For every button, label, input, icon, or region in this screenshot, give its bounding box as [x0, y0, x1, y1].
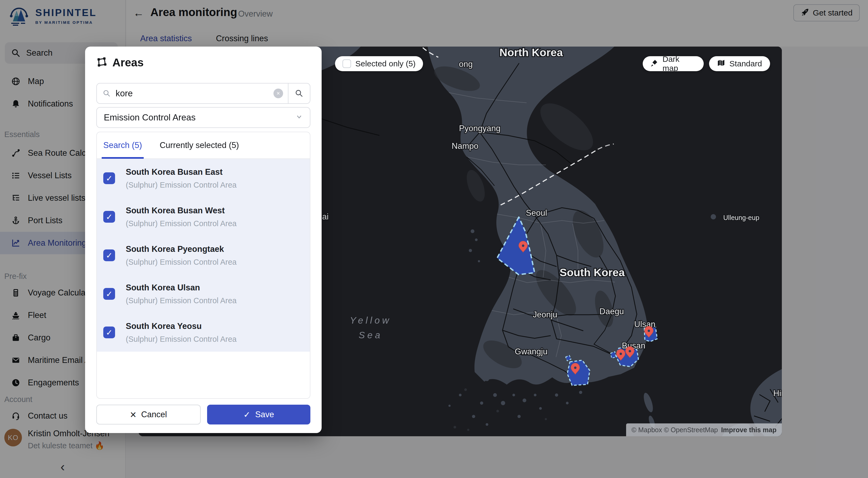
map-label-jeonju: Jeonju — [533, 310, 557, 319]
list-item[interactable]: ✓ South Korea Busan West(Sulphur) Emissi… — [97, 198, 310, 236]
save-label: Save — [255, 410, 274, 419]
area-search-input[interactable] — [116, 88, 274, 98]
map-label-daegu: Daegu — [599, 307, 624, 316]
improve-map-link[interactable]: Improve this map — [721, 426, 776, 434]
modal-search-box: × — [96, 83, 310, 104]
map-label-yellow-sea-2: Sea — [359, 330, 382, 340]
map-attribution: © Mapbox © OpenStreetMap Improve this ma… — [626, 423, 782, 436]
area-type-value: Emission Control Areas — [104, 112, 195, 123]
list-item[interactable]: ✓ South Korea Pyeongtaek(Sulphur) Emissi… — [97, 236, 310, 275]
brush-icon — [650, 59, 658, 69]
cancel-label: Cancel — [141, 410, 167, 419]
clear-search-icon[interactable]: × — [274, 89, 283, 98]
modal-header: Areas — [96, 56, 144, 69]
map-label-partial-ai: ai — [322, 212, 329, 221]
standard-map-button[interactable]: Standard — [709, 56, 770, 71]
results-card: Search (5) Currently selected (5) ✓ Sout… — [96, 132, 310, 399]
list-item[interactable]: ✓ South Korea Busan East(Sulphur) Emissi… — [97, 159, 310, 198]
chevron-down-icon — [296, 112, 303, 123]
results-list: ✓ South Korea Busan East(Sulphur) Emissi… — [97, 159, 310, 352]
list-item[interactable]: ✓ South Korea Ulsan(Sulphur) Emission Co… — [97, 275, 310, 313]
search-divider — [288, 83, 288, 104]
map-label-pyongyang: Pyongyang — [459, 124, 500, 133]
check-icon: ✓ — [244, 410, 250, 420]
modal-tabs: Search (5) Currently selected (5) — [97, 132, 310, 159]
checkbox-checked-icon[interactable]: ✓ — [103, 327, 115, 338]
selected-only-checkbox[interactable] — [342, 59, 351, 68]
map-label-gwangju: Gwangju — [515, 347, 548, 356]
tab-currently-selected[interactable]: Currently selected (5) — [160, 141, 239, 150]
checkbox-checked-icon[interactable]: ✓ — [103, 172, 115, 184]
map-label-seoul: Seoul — [526, 208, 547, 217]
selected-only-label: Selected only (5) — [355, 59, 415, 68]
checkbox-checked-icon[interactable]: ✓ — [103, 249, 115, 261]
polygon-area-icon — [96, 57, 107, 68]
modal-footer: × Cancel ✓ Save — [96, 405, 310, 424]
modal-title: Areas — [113, 56, 144, 69]
cancel-button[interactable]: × Cancel — [96, 405, 201, 424]
search-submit-icon[interactable] — [295, 89, 303, 98]
selected-only-toggle[interactable]: Selected only (5) — [335, 56, 423, 71]
checkbox-checked-icon[interactable]: ✓ — [103, 211, 115, 223]
tab-search-results[interactable]: Search (5) — [103, 141, 142, 150]
attribution-text[interactable]: © Mapbox © OpenStreetMap — [631, 426, 718, 434]
search-icon — [103, 89, 111, 97]
dark-map-label: Dark map — [662, 55, 696, 73]
map-label-ulsan: Ulsan — [634, 320, 655, 329]
checkbox-checked-icon[interactable]: ✓ — [103, 288, 115, 300]
dark-map-button[interactable]: Dark map — [643, 56, 704, 71]
map-label-yellow-sea-1: Yellow — [350, 315, 391, 325]
map-label-north-korea: North Korea — [500, 47, 563, 59]
close-icon: × — [130, 409, 136, 420]
standard-map-label: Standard — [730, 59, 762, 68]
map-label-nampo: Nampo — [452, 141, 478, 151]
eca-busan-west — [611, 352, 616, 358]
map-label-south-korea: South Korea — [559, 266, 625, 279]
map-style-icon — [717, 59, 725, 69]
map-label-partial-hir: Hir — [773, 389, 782, 398]
map-label-partial-ong: ong — [459, 59, 473, 69]
save-button[interactable]: ✓ Save — [207, 405, 310, 424]
list-item[interactable]: ✓ South Korea Yeosu(Sulphur) Emission Co… — [97, 313, 310, 352]
map-label-ulleung-eup: Ulleung-eup — [723, 214, 760, 221]
area-type-dropdown[interactable]: Emission Control Areas — [96, 107, 310, 128]
areas-modal: Areas × Emission Control Areas Search (5… — [85, 47, 321, 433]
